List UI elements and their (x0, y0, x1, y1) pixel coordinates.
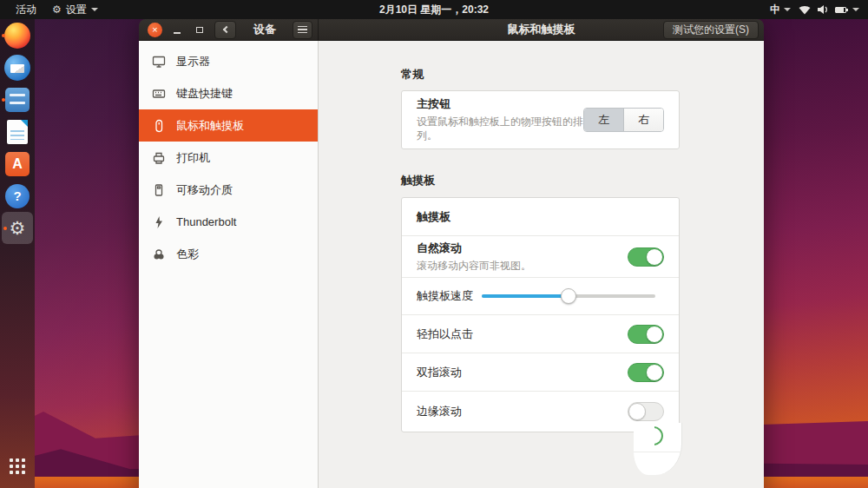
touchpad-speed-slider[interactable] (482, 288, 655, 304)
dock-item-help[interactable]: ? (0, 180, 35, 212)
top-bar: 活动 ⚙ 设置 2月10日 星期一，20:32 中 (0, 0, 868, 19)
app-menu-settings[interactable]: ⚙ 设置 (52, 3, 98, 17)
toggle-knob (646, 364, 663, 381)
sidebar: 显示器 键盘快捷键 鼠标和触摸板 打印机 可移动介质 Thunderbolt (139, 41, 319, 488)
chevron-down-icon (784, 8, 791, 11)
dock-item-thunderbird[interactable] (0, 51, 35, 83)
titlebar: × 设备 鼠标和触摸板 测试您的设置(S) (139, 19, 764, 41)
wifi-icon (799, 5, 811, 15)
volume-icon (817, 4, 829, 15)
sidebar-item-label: Thunderbolt (176, 215, 236, 228)
app-menu-label: 设置 (66, 3, 87, 17)
natural-scroll-row: 自然滚动 滚动移动内容而非视图。 (402, 236, 679, 278)
dock-item-ubuntu-software[interactable]: A (0, 148, 35, 180)
sidebar-item-color[interactable]: 色彩 (139, 238, 318, 270)
toggle-knob (646, 326, 663, 343)
hamburger-menu-button[interactable] (293, 21, 312, 39)
toggle-knob (628, 403, 646, 420)
color-icon (152, 247, 166, 261)
chevron-left-icon (222, 26, 229, 33)
help-icon: ? (5, 184, 30, 208)
sidebar-item-label: 鼠标和触摸板 (176, 118, 244, 134)
natural-scroll-toggle[interactable] (628, 247, 664, 267)
touchpad-speed-row: 触摸板速度 (402, 278, 679, 315)
slider-fill (482, 294, 569, 298)
gear-icon: ⚙ (52, 3, 62, 16)
two-finger-scroll-row: 双指滚动 (402, 353, 679, 392)
ubuntu-software-icon: A (5, 152, 30, 176)
touchpad-speed-label: 触摸板速度 (417, 288, 473, 304)
keyboard-icon (152, 87, 166, 101)
monitor-icon (152, 55, 166, 69)
settings-gear-icon: ⚙ (10, 219, 26, 237)
thunderbolt-icon (152, 215, 166, 229)
sidebar-item-label: 可移动介质 (176, 182, 233, 198)
printer-icon (152, 151, 166, 165)
running-indicator (3, 227, 7, 230)
back-button[interactable] (214, 21, 236, 39)
primary-button-title: 主按钮 (417, 96, 583, 112)
chevron-down-icon (852, 8, 859, 11)
sidebar-item-display[interactable]: 显示器 (139, 45, 318, 77)
sidebar-item-label: 色彩 (176, 247, 199, 262)
test-settings-button[interactable]: 测试您的设置(S) (663, 21, 759, 39)
sidebar-item-removable-media[interactable]: 可移动介质 (139, 174, 318, 206)
show-applications-button[interactable] (0, 452, 35, 485)
firefox-icon (4, 23, 30, 49)
page-title: 鼠标和触摸板 (508, 22, 575, 37)
libreoffice-writer-icon (7, 120, 28, 144)
primary-button-description: 设置鼠标和触控板上的物理按钮的排列。 (417, 115, 583, 142)
touchpad-section-heading: 触摸板 (401, 173, 680, 188)
dock-item-files[interactable] (0, 83, 35, 115)
dock-item-firefox[interactable] (0, 19, 35, 51)
primary-button-card: 主按钮 设置鼠标和触控板上的物理按钮的排列。 左 右 (401, 90, 680, 149)
sidebar-item-label: 打印机 (176, 150, 210, 166)
touchpad-row-label: 触摸板 (417, 209, 450, 225)
removable-media-icon (152, 183, 166, 197)
files-icon (5, 88, 30, 112)
titlebar-right-pane: 鼠标和触摸板 测试您的设置(S) (319, 19, 764, 40)
tap-to-click-toggle[interactable] (628, 325, 664, 344)
settings-window: × 设备 鼠标和触摸板 测试您的设置(S) 显示器 键盘快捷键 鼠标和触 (139, 19, 764, 488)
sidebar-item-mouse-touchpad[interactable]: 鼠标和触摸板 (139, 109, 318, 142)
toggle-knob (646, 248, 663, 266)
system-status-area[interactable] (799, 4, 859, 15)
two-finger-scroll-label: 双指滚动 (417, 365, 462, 380)
option-left-button[interactable]: 左 (584, 109, 623, 131)
edge-scroll-toggle[interactable] (628, 402, 664, 421)
sidebar-item-label: 显示器 (176, 54, 210, 69)
sidebar-item-thunderbolt[interactable]: Thunderbolt (139, 206, 318, 238)
input-method-label: 中 (770, 3, 780, 17)
apps-grid-icon (10, 458, 25, 474)
activities-button[interactable]: 活动 (16, 3, 36, 17)
option-right-button[interactable]: 右 (623, 109, 663, 131)
general-section-heading: 常规 (401, 67, 680, 82)
chevron-down-icon (91, 8, 98, 11)
content-pane: 常规 主按钮 设置鼠标和触控板上的物理按钮的排列。 左 右 触摸板 触摸板 (319, 41, 764, 488)
slider-handle[interactable] (561, 288, 576, 304)
input-method-indicator[interactable]: 中 (770, 3, 791, 17)
primary-button-segmented-control: 左 右 (583, 108, 664, 132)
natural-scroll-label: 自然滚动 (417, 241, 583, 256)
dock-item-settings[interactable]: ⚙ (2, 212, 33, 244)
maximize-button[interactable] (192, 22, 207, 37)
two-finger-scroll-toggle[interactable] (628, 363, 664, 382)
sidebar-item-label: 键盘快捷键 (176, 86, 233, 102)
sidebar-item-printers[interactable]: 打印机 (139, 142, 318, 174)
battery-icon (835, 7, 846, 13)
tap-to-click-row: 轻拍以点击 (402, 315, 679, 353)
minimize-button[interactable] (169, 22, 185, 37)
thunderbird-icon (4, 55, 30, 81)
partial-toggle-arc (644, 426, 663, 445)
dock-item-libreoffice-writer[interactable] (0, 115, 35, 148)
mouse-icon (152, 119, 166, 133)
window-app-title: 设备 (253, 22, 276, 37)
tap-to-click-label: 轻拍以点击 (417, 326, 473, 342)
edge-scroll-label: 边缘滚动 (417, 404, 462, 419)
titlebar-left-pane: × 设备 (139, 19, 319, 40)
clock[interactable]: 2月10日 星期一，20:32 (379, 0, 489, 19)
close-button[interactable]: × (148, 23, 162, 37)
sidebar-item-keyboard-shortcuts[interactable]: 键盘快捷键 (139, 77, 318, 109)
natural-scroll-description: 滚动移动内容而非视图。 (417, 260, 583, 274)
dock: A ? ⚙ (0, 19, 35, 488)
